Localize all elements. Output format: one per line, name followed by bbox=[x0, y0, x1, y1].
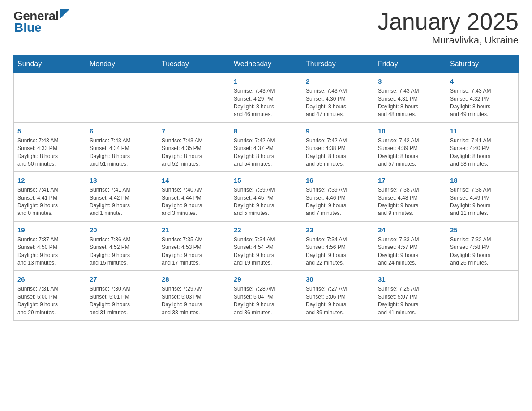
day-number: 15 bbox=[234, 176, 298, 185]
calendar-cell: 22Sunrise: 7:34 AM Sunset: 4:54 PM Dayli… bbox=[230, 221, 302, 271]
day-info: Sunrise: 7:27 AM Sunset: 5:06 PM Dayligh… bbox=[306, 285, 370, 317]
calendar-cell: 9Sunrise: 7:42 AM Sunset: 4:38 PM Daylig… bbox=[302, 122, 374, 172]
calendar-cell: 14Sunrise: 7:40 AM Sunset: 4:44 PM Dayli… bbox=[158, 172, 230, 222]
calendar-week-row: 26Sunrise: 7:31 AM Sunset: 5:00 PM Dayli… bbox=[14, 271, 519, 321]
day-info: Sunrise: 7:41 AM Sunset: 4:41 PM Dayligh… bbox=[17, 186, 82, 218]
day-number: 21 bbox=[162, 225, 226, 235]
logo-blue-text: Blue bbox=[13, 21, 42, 35]
day-info: Sunrise: 7:32 AM Sunset: 4:58 PM Dayligh… bbox=[450, 236, 515, 267]
day-number: 22 bbox=[234, 225, 298, 235]
page-header: General Blue January 2025 Muravlivka, Uk… bbox=[13, 9, 519, 46]
calendar-cell bbox=[86, 73, 158, 123]
day-info: Sunrise: 7:34 AM Sunset: 4:54 PM Dayligh… bbox=[234, 236, 298, 267]
day-info: Sunrise: 7:37 AM Sunset: 4:50 PM Dayligh… bbox=[17, 236, 82, 267]
logo-triangle-icon bbox=[60, 9, 69, 19]
day-info: Sunrise: 7:42 AM Sunset: 4:37 PM Dayligh… bbox=[234, 137, 298, 168]
calendar-cell: 30Sunrise: 7:27 AM Sunset: 5:06 PM Dayli… bbox=[302, 271, 374, 321]
calendar-cell: 28Sunrise: 7:29 AM Sunset: 5:03 PM Dayli… bbox=[158, 271, 230, 321]
day-number: 28 bbox=[162, 274, 226, 284]
calendar-cell: 19Sunrise: 7:37 AM Sunset: 4:50 PM Dayli… bbox=[14, 221, 86, 271]
day-info: Sunrise: 7:29 AM Sunset: 5:03 PM Dayligh… bbox=[162, 285, 226, 317]
calendar-cell: 13Sunrise: 7:41 AM Sunset: 4:42 PM Dayli… bbox=[86, 172, 158, 222]
day-number: 13 bbox=[90, 176, 154, 185]
day-number: 30 bbox=[306, 274, 370, 284]
calendar-week-row: 12Sunrise: 7:41 AM Sunset: 4:41 PM Dayli… bbox=[14, 172, 519, 222]
day-info: Sunrise: 7:36 AM Sunset: 4:52 PM Dayligh… bbox=[90, 236, 154, 267]
day-number: 25 bbox=[450, 225, 515, 235]
day-number: 31 bbox=[378, 274, 442, 284]
day-number: 17 bbox=[378, 176, 442, 185]
calendar-cell: 1Sunrise: 7:43 AM Sunset: 4:29 PM Daylig… bbox=[230, 73, 302, 123]
calendar-cell: 17Sunrise: 7:38 AM Sunset: 4:48 PM Dayli… bbox=[374, 172, 446, 222]
day-info: Sunrise: 7:38 AM Sunset: 4:49 PM Dayligh… bbox=[450, 186, 515, 218]
calendar-week-row: 5Sunrise: 7:43 AM Sunset: 4:33 PM Daylig… bbox=[14, 122, 519, 172]
svg-marker-0 bbox=[60, 9, 69, 19]
calendar-cell: 15Sunrise: 7:39 AM Sunset: 4:45 PM Dayli… bbox=[230, 172, 302, 222]
day-info: Sunrise: 7:43 AM Sunset: 4:31 PM Dayligh… bbox=[378, 87, 442, 119]
calendar-cell: 26Sunrise: 7:31 AM Sunset: 5:00 PM Dayli… bbox=[14, 271, 86, 321]
day-info: Sunrise: 7:43 AM Sunset: 4:32 PM Dayligh… bbox=[450, 87, 515, 119]
day-info: Sunrise: 7:28 AM Sunset: 5:04 PM Dayligh… bbox=[234, 285, 298, 317]
column-header-friday: Friday bbox=[374, 56, 446, 73]
day-number: 20 bbox=[90, 225, 154, 235]
calendar-cell: 20Sunrise: 7:36 AM Sunset: 4:52 PM Dayli… bbox=[86, 221, 158, 271]
day-info: Sunrise: 7:41 AM Sunset: 4:42 PM Dayligh… bbox=[90, 186, 154, 218]
calendar-cell: 21Sunrise: 7:35 AM Sunset: 4:53 PM Dayli… bbox=[158, 221, 230, 271]
day-number: 2 bbox=[306, 77, 370, 86]
calendar-cell: 23Sunrise: 7:34 AM Sunset: 4:56 PM Dayli… bbox=[302, 221, 374, 271]
calendar-week-row: 19Sunrise: 7:37 AM Sunset: 4:50 PM Dayli… bbox=[14, 221, 519, 271]
calendar-cell: 24Sunrise: 7:33 AM Sunset: 4:57 PM Dayli… bbox=[374, 221, 446, 271]
day-number: 7 bbox=[162, 126, 226, 136]
column-header-sunday: Sunday bbox=[14, 56, 86, 73]
column-header-saturday: Saturday bbox=[446, 56, 519, 73]
calendar-cell: 3Sunrise: 7:43 AM Sunset: 4:31 PM Daylig… bbox=[374, 73, 446, 123]
day-info: Sunrise: 7:43 AM Sunset: 4:33 PM Dayligh… bbox=[17, 137, 82, 168]
day-info: Sunrise: 7:43 AM Sunset: 4:35 PM Dayligh… bbox=[162, 137, 226, 168]
day-number: 5 bbox=[17, 126, 82, 136]
calendar-cell: 4Sunrise: 7:43 AM Sunset: 4:32 PM Daylig… bbox=[446, 73, 519, 123]
day-number: 10 bbox=[378, 126, 442, 136]
column-header-tuesday: Tuesday bbox=[158, 56, 230, 73]
day-info: Sunrise: 7:39 AM Sunset: 4:46 PM Dayligh… bbox=[306, 186, 370, 218]
day-number: 19 bbox=[17, 225, 82, 235]
calendar-cell: 18Sunrise: 7:38 AM Sunset: 4:49 PM Dayli… bbox=[446, 172, 519, 222]
calendar-cell: 12Sunrise: 7:41 AM Sunset: 4:41 PM Dayli… bbox=[14, 172, 86, 222]
calendar-title: January 2025 bbox=[378, 9, 519, 34]
day-number: 14 bbox=[162, 176, 226, 185]
calendar-subtitle: Muravlivka, Ukraine bbox=[378, 34, 519, 46]
calendar-cell: 29Sunrise: 7:28 AM Sunset: 5:04 PM Dayli… bbox=[230, 271, 302, 321]
day-info: Sunrise: 7:25 AM Sunset: 5:07 PM Dayligh… bbox=[378, 285, 442, 317]
day-number: 6 bbox=[90, 126, 154, 136]
day-number: 9 bbox=[306, 126, 370, 136]
column-header-wednesday: Wednesday bbox=[230, 56, 302, 73]
day-number: 11 bbox=[450, 126, 515, 136]
day-number: 4 bbox=[450, 77, 515, 86]
calendar-table: SundayMondayTuesdayWednesdayThursdayFrid… bbox=[13, 55, 519, 321]
column-header-monday: Monday bbox=[86, 56, 158, 73]
calendar-header-row: SundayMondayTuesdayWednesdayThursdayFrid… bbox=[14, 56, 519, 73]
column-header-thursday: Thursday bbox=[302, 56, 374, 73]
calendar-cell: 10Sunrise: 7:42 AM Sunset: 4:39 PM Dayli… bbox=[374, 122, 446, 172]
calendar-cell bbox=[446, 271, 519, 321]
calendar-cell: 27Sunrise: 7:30 AM Sunset: 5:01 PM Dayli… bbox=[86, 271, 158, 321]
day-number: 8 bbox=[234, 126, 298, 136]
day-info: Sunrise: 7:31 AM Sunset: 5:00 PM Dayligh… bbox=[17, 285, 82, 317]
calendar-cell: 31Sunrise: 7:25 AM Sunset: 5:07 PM Dayli… bbox=[374, 271, 446, 321]
calendar-cell: 16Sunrise: 7:39 AM Sunset: 4:46 PM Dayli… bbox=[302, 172, 374, 222]
calendar-cell: 2Sunrise: 7:43 AM Sunset: 4:30 PM Daylig… bbox=[302, 73, 374, 123]
day-info: Sunrise: 7:43 AM Sunset: 4:34 PM Dayligh… bbox=[90, 137, 154, 168]
logo: General Blue bbox=[13, 9, 69, 35]
day-number: 12 bbox=[17, 176, 82, 185]
day-number: 26 bbox=[17, 274, 82, 284]
day-info: Sunrise: 7:41 AM Sunset: 4:40 PM Dayligh… bbox=[450, 137, 515, 168]
day-info: Sunrise: 7:42 AM Sunset: 4:38 PM Dayligh… bbox=[306, 137, 370, 168]
calendar-cell: 5Sunrise: 7:43 AM Sunset: 4:33 PM Daylig… bbox=[14, 122, 86, 172]
day-info: Sunrise: 7:35 AM Sunset: 4:53 PM Dayligh… bbox=[162, 236, 226, 267]
calendar-week-row: 1Sunrise: 7:43 AM Sunset: 4:29 PM Daylig… bbox=[14, 73, 519, 123]
calendar-cell: 11Sunrise: 7:41 AM Sunset: 4:40 PM Dayli… bbox=[446, 122, 519, 172]
day-number: 23 bbox=[306, 225, 370, 235]
calendar-cell: 7Sunrise: 7:43 AM Sunset: 4:35 PM Daylig… bbox=[158, 122, 230, 172]
calendar-cell: 25Sunrise: 7:32 AM Sunset: 4:58 PM Dayli… bbox=[446, 221, 519, 271]
calendar-cell: 6Sunrise: 7:43 AM Sunset: 4:34 PM Daylig… bbox=[86, 122, 158, 172]
day-info: Sunrise: 7:40 AM Sunset: 4:44 PM Dayligh… bbox=[162, 186, 226, 218]
